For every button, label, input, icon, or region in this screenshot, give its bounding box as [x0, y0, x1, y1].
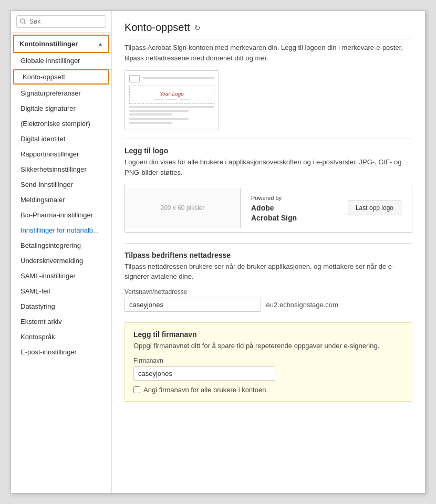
logo-placeholder: 200 x 60 piksler [125, 188, 241, 228]
sidebar-item-elektroniske-stempler[interactable]: (Elektroniske stempler) [11, 116, 111, 131]
content-lines [129, 106, 214, 124]
logo-section-title: Legg til logo [124, 146, 412, 155]
email-preview: Your Logo [124, 70, 219, 130]
logo-placeholder-text: 200 x 60 piksler [160, 204, 204, 212]
powered-by-text: Powered by [251, 195, 282, 201]
logo-section-desc: Logoen din vises for alle brukere i appl… [124, 157, 412, 177]
section-divider [124, 139, 412, 139]
company-section-desc: Oppgi firmanavnet ditt for å spare tid p… [133, 341, 403, 351]
email-line-long [143, 77, 214, 79]
sidebar-items-container: Globale innstillingerKonto-oppsettSignat… [11, 53, 111, 360]
url-section-desc: Tilpass nettadressen brukere ser når de … [124, 261, 412, 282]
company-field-label: Firmanavn [133, 357, 403, 364]
logo-text: Your Logo [160, 90, 184, 97]
apply-to-all-checkbox[interactable] [133, 386, 140, 393]
upload-logo-button[interactable]: Last opp logo [348, 201, 401, 215]
sidebar: Kontoinnstillinger ▲ Globale innstilling… [11, 11, 112, 493]
search-input[interactable] [16, 15, 106, 28]
sidebar-item-e-post-innstillinger[interactable]: E-post-innstillinger [11, 344, 111, 360]
url-section-title: Tilpass bedriftens nettadresse [124, 251, 412, 259]
hostname-input[interactable] [124, 298, 261, 312]
email-line [129, 113, 172, 116]
main-window: Kontoinnstillinger ▲ Globale innstilling… [11, 10, 425, 494]
url-suffix: .eu2.echosignstage.com [261, 298, 341, 311]
sidebar-item-sikkerhetsinnstillinger[interactable]: Sikkerhetsinnstillinger [11, 162, 111, 177]
sidebar-item-meldingsmaler[interactable]: Meldingsmaler [11, 192, 111, 207]
company-name-input[interactable] [133, 366, 275, 381]
page-description: Tilpass Acrobat Sign-kontoen med merkeva… [124, 43, 412, 63]
sidebar-section-header[interactable]: Kontoinnstillinger ▲ [13, 35, 109, 53]
sidebar-item-bio-pharma[interactable]: Bio-Pharma-innstillinger [11, 207, 111, 223]
email-line [129, 118, 189, 120]
url-section: Tilpass bedriftens nettadresse Tilpass n… [124, 251, 412, 312]
url-field-label: Vertsnavn/nettadresse [124, 288, 412, 296]
page-header: Konto-oppsett ↻ [124, 22, 412, 39]
sidebar-item-rapportinnstillinger[interactable]: Rapportinnstillinger [11, 146, 111, 162]
section-divider-2 [124, 243, 412, 244]
sidebar-item-notarialb[interactable]: Innstillinger for notarialb... [11, 223, 111, 238]
email-preview-header [129, 75, 214, 82]
sidebar-item-underskrivermelding[interactable]: Underskrivermelding [11, 253, 111, 268]
email-line [129, 122, 172, 124]
sidebar-item-datastyring[interactable]: Datastyring [11, 299, 111, 314]
sidebar-item-kontosprak[interactable]: Kontospråk [11, 329, 111, 344]
sidebar-item-betalingsintegrering[interactable]: Betalingsintegrering [11, 238, 111, 253]
url-input-row: .eu2.echosignstage.com [124, 298, 412, 312]
refresh-icon[interactable]: ↻ [194, 24, 201, 32]
checkbox-label: Angi firmanavn for alle brukere i kontoe… [143, 386, 268, 394]
brand-text: Powered by AdobeAcrobat Sign [251, 193, 348, 224]
sidebar-nav: Kontoinnstillinger ▲ Globale innstilling… [11, 33, 111, 493]
sidebar-item-saml-feil[interactable]: SAML-feil [11, 284, 111, 299]
logo-upload-box: 200 x 60 piksler Powered by AdobeAcrobat… [124, 184, 412, 233]
chevron-up-icon: ▲ [98, 41, 103, 47]
sidebar-item-globale[interactable]: Globale innstillinger [11, 53, 111, 68]
email-icon [129, 75, 140, 82]
logo-area: Your Logo [129, 86, 214, 104]
sidebar-item-digital-identitet[interactable]: Digital identitet [11, 131, 111, 146]
page-title: Konto-oppsett [124, 22, 190, 34]
main-content: Konto-oppsett ↻ Tilpass Acrobat Sign-kon… [112, 11, 425, 493]
logo-brand: Powered by AdobeAcrobat Sign Last opp lo… [241, 184, 412, 232]
sidebar-section-label: Kontoinnstillinger [19, 40, 78, 48]
company-section: Legg til firmanavn Oppgi firmanavnet dit… [124, 322, 412, 402]
sidebar-item-digitale-signaturer[interactable]: Digitale signaturer [11, 101, 111, 116]
search-bar [11, 11, 111, 33]
email-line [129, 110, 189, 112]
sidebar-item-saml-innstillinger[interactable]: SAML-innstillinger [11, 268, 111, 284]
sidebar-item-send-innstillinger[interactable]: Send-innstillinger [11, 177, 111, 192]
logo-section: Legg til logo Logoen din vises for alle … [124, 146, 412, 233]
sidebar-item-konto-oppsett[interactable]: Konto-oppsett [13, 69, 109, 85]
email-line [129, 106, 214, 108]
brand-name: AdobeAcrobat Sign [251, 204, 297, 223]
sidebar-item-signaturpreferanser[interactable]: Signaturpreferanser [11, 86, 111, 101]
checkbox-row: Angi firmanavn for alle brukere i kontoe… [133, 386, 403, 394]
company-section-title: Legg til firmanavn [133, 330, 403, 339]
sidebar-item-eksternt-arkiv[interactable]: Eksternt arkiv [11, 314, 111, 329]
